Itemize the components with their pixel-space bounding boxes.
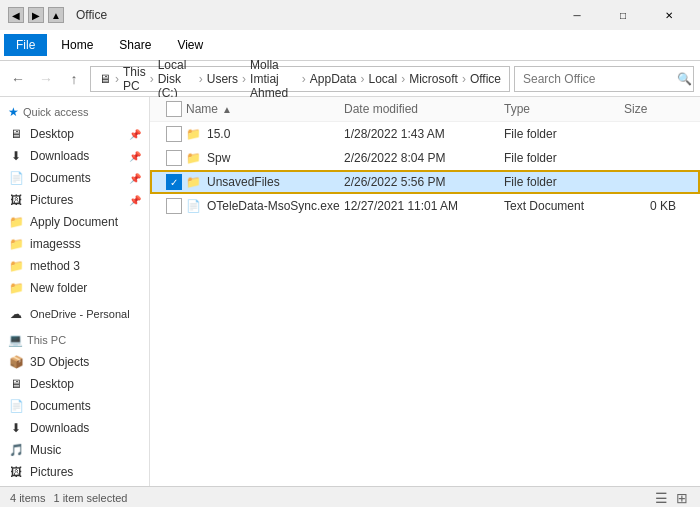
sidebar-item-onedrive[interactable]: ☁ OneDrive - Personal (0, 303, 149, 325)
sidebar-item-music[interactable]: 🎵 Music (0, 439, 149, 461)
sidebar-item-downloads[interactable]: ⬇ Downloads (0, 417, 149, 439)
content-area: Name ▲ Date modified Type Size 📁 15.0 1/… (150, 97, 700, 486)
up-button[interactable]: ↑ (62, 67, 86, 91)
address-local: Local (369, 72, 398, 86)
sidebar-music-label: Music (30, 443, 61, 457)
sidebar-apply-document-label: Apply Document (30, 215, 118, 229)
star-icon: ★ (8, 105, 19, 119)
tab-home[interactable]: Home (49, 34, 105, 56)
folder-icon-spw: 📁 (186, 151, 201, 165)
folder-dl2-icon: ⬇ (8, 420, 24, 436)
window-controls: ─ □ ✕ (554, 0, 692, 30)
pin-icon-2: 📌 (129, 151, 141, 162)
col-header-type[interactable]: Type (504, 102, 624, 116)
file-date-15: 1/28/2022 1:43 AM (344, 127, 504, 141)
address-user-name: Molla Imtiaj Ahmed (250, 58, 298, 100)
sidebar-item-downloads-pinned[interactable]: ⬇ Downloads 📌 (0, 145, 149, 167)
tab-view[interactable]: View (165, 34, 215, 56)
file-date-unsavedfiles: 2/26/2022 5:56 PM (344, 175, 504, 189)
ribbon-tabs: File Home Share View (0, 30, 700, 60)
address-sep-4: › (242, 72, 246, 86)
onedrive-icon: ☁ (8, 306, 24, 322)
details-view-button[interactable]: ☰ (653, 488, 670, 508)
close-button[interactable]: ✕ (646, 0, 692, 30)
file-type-spw: File folder (504, 151, 624, 165)
sidebar-item-method3[interactable]: 📁 method 3 (0, 255, 149, 277)
file-name-15: 📁 15.0 (186, 127, 344, 141)
quick-access-header[interactable]: ★ Quick access (0, 101, 149, 123)
file-type-unsavedfiles: File folder (504, 175, 624, 189)
search-input[interactable] (523, 72, 673, 86)
file-checkbox-unsavedfiles[interactable]: ✓ (166, 174, 182, 190)
file-row-unsavedfiles[interactable]: ✓ 📁 UnsavedFiles 2/26/2022 5:56 PM File … (150, 170, 700, 194)
col-header-size[interactable]: Size (624, 102, 684, 116)
address-path-item: 🖥 (99, 72, 111, 86)
sidebar-item-desktop-pinned[interactable]: 🖥 Desktop 📌 (0, 123, 149, 145)
forward-icon: ▶ (28, 7, 44, 23)
address-office: Office (470, 72, 501, 86)
sidebar-item-3d-objects[interactable]: 📦 3D Objects (0, 351, 149, 373)
sidebar-item-pictures-pinned[interactable]: 🖼 Pictures 📌 (0, 189, 149, 211)
address-sep-5: › (302, 72, 306, 86)
file-checkbox-15[interactable] (166, 126, 182, 142)
maximize-button[interactable]: □ (600, 0, 646, 30)
file-date-spw: 2/26/2022 8:04 PM (344, 151, 504, 165)
computer-icon: 💻 (8, 333, 23, 347)
sidebar-pictures-label: Pictures (30, 193, 73, 207)
address-microsoft: Microsoft (409, 72, 458, 86)
sidebar-imagesss-label: imagesss (30, 237, 81, 251)
window-title: Office (76, 8, 107, 22)
folder-pictures-icon: 🖼 (8, 192, 24, 208)
forward-button[interactable]: → (34, 67, 58, 91)
file-checkbox-spw[interactable] (166, 150, 182, 166)
sort-arrow-icon: ▲ (222, 104, 232, 115)
sidebar-desktop-label: Desktop (30, 127, 74, 141)
sidebar-item-apply-document[interactable]: 📁 Apply Document (0, 211, 149, 233)
file-row-spw[interactable]: 📁 Spw 2/26/2022 8:04 PM File folder (150, 146, 700, 170)
pin-icon-4: 📌 (129, 195, 141, 206)
search-box[interactable]: 🔍 (514, 66, 694, 92)
folder-icon-unsavedfiles: 📁 (186, 175, 201, 189)
view-controls: ☰ ⊞ (653, 488, 690, 508)
file-name-oteledata: 📄 OTeleData-MsoSync.exe (186, 199, 344, 213)
file-row-15[interactable]: 📁 15.0 1/28/2022 1:43 AM File folder (150, 122, 700, 146)
address-bar[interactable]: 🖥 › This PC › Local Disk (C:) › Users › … (90, 66, 510, 92)
sidebar-item-documents[interactable]: 📄 Documents (0, 395, 149, 417)
address-sep-2: › (150, 72, 154, 86)
sidebar: ★ Quick access 🖥 Desktop 📌 ⬇ Downloads 📌… (0, 97, 150, 486)
folder-apply-icon: 📁 (8, 214, 24, 230)
file-name-spw: 📁 Spw (186, 151, 344, 165)
folder-desktop-icon: 🖥 (8, 376, 24, 392)
col-header-name[interactable]: Name ▲ (186, 102, 344, 116)
sidebar-downloads2-label: Downloads (30, 421, 89, 435)
sidebar-item-imagesss[interactable]: 📁 imagesss (0, 233, 149, 255)
sidebar-item-pictures[interactable]: 🖼 Pictures (0, 461, 149, 483)
tiles-view-button[interactable]: ⊞ (674, 488, 690, 508)
sidebar-item-new-folder[interactable]: 📁 New folder (0, 277, 149, 299)
header-checkbox[interactable] (166, 101, 182, 117)
file-row-oteledata[interactable]: 📄 OTeleData-MsoSync.exe 12/27/2021 11:01… (150, 194, 700, 218)
title-bar: ◀ ▶ ▲ Office ─ □ ✕ (0, 0, 700, 30)
sidebar-onedrive-label: OneDrive - Personal (30, 308, 130, 320)
file-checkbox-oteledata[interactable] (166, 198, 182, 214)
tab-file[interactable]: File (4, 34, 47, 56)
pin-icon: 📌 (129, 129, 141, 140)
sidebar-item-documents-pinned[interactable]: 📄 Documents 📌 (0, 167, 149, 189)
folder-doc2-icon: 📄 (8, 398, 24, 414)
back-button[interactable]: ← (6, 67, 30, 91)
address-sep-6: › (361, 72, 365, 86)
sidebar-item-desktop[interactable]: 🖥 Desktop (0, 373, 149, 395)
sidebar-item-videos[interactable]: 🎬 Videos (0, 483, 149, 486)
col-header-date[interactable]: Date modified (344, 102, 504, 116)
text-icon-oteledata: 📄 (186, 199, 201, 213)
folder-doc-icon: 📄 (8, 170, 24, 186)
tab-share[interactable]: Share (107, 34, 163, 56)
folder-music-icon: 🎵 (8, 442, 24, 458)
this-pc-header[interactable]: 💻 This PC (0, 329, 149, 351)
sidebar-pictures2-label: Pictures (30, 465, 73, 479)
folder-new-icon: 📁 (8, 280, 24, 296)
sidebar-desktop2-label: Desktop (30, 377, 74, 391)
file-name-unsavedfiles: 📁 UnsavedFiles (186, 175, 344, 189)
sidebar-3d-label: 3D Objects (30, 355, 89, 369)
minimize-button[interactable]: ─ (554, 0, 600, 30)
